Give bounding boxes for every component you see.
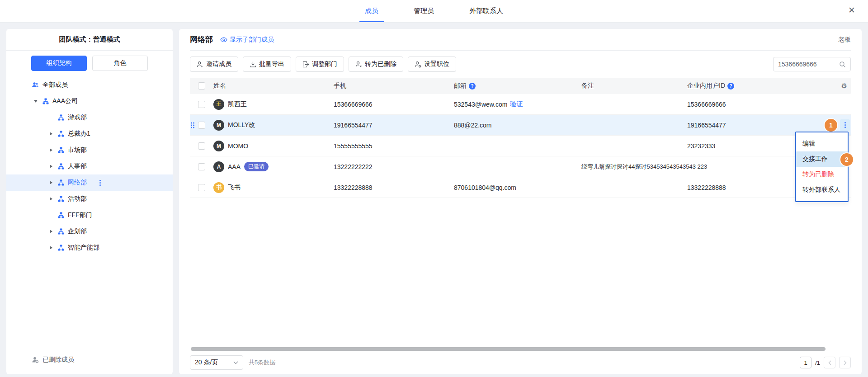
next-page-button[interactable] xyxy=(839,357,851,368)
menu-item-move-to-deleted[interactable]: 转为已删除 xyxy=(796,167,848,182)
table-row[interactable]: M MOLLY改 19166554477 888@22.com 19166554… xyxy=(190,115,851,136)
total-count-label: 共5条数据 xyxy=(249,358,275,367)
pagination-bar: 20 条/页 共5条数据 1 /1 xyxy=(190,351,851,374)
invite-member-button[interactable]: 邀请成员 xyxy=(190,57,238,72)
chevron-right-icon[interactable] xyxy=(48,197,54,201)
menu-item-edit[interactable]: 编辑 xyxy=(796,136,848,151)
email-help-icon[interactable]: ? xyxy=(469,83,476,90)
chevron-right-icon[interactable] xyxy=(48,132,54,136)
row-more-button[interactable] xyxy=(840,119,850,131)
menu-item-to-external-contact[interactable]: 转外部联系人 xyxy=(796,182,848,198)
org-icon xyxy=(58,163,64,170)
avatar: 王 xyxy=(213,99,224,110)
sidebar-item-planning-dept[interactable]: 企划部 xyxy=(6,223,173,240)
batch-export-button[interactable]: 批量导出 xyxy=(243,57,291,72)
invited-badge: 已邀请 xyxy=(244,162,269,171)
tree-label: 人事部 xyxy=(68,162,87,170)
menu-item-handover-work[interactable]: 交接工作 xyxy=(796,151,848,167)
avatar: M xyxy=(213,141,224,151)
main-panel: 网络部 显示子部门成员 老板 邀请成员 批量导出 调整部门 转为已删除 xyxy=(179,29,862,374)
chevron-right-icon[interactable] xyxy=(48,230,54,233)
page-size-select[interactable]: 20 条/页 xyxy=(190,355,243,370)
verify-email-link[interactable]: 验证 xyxy=(510,100,523,108)
owner-label: 老板 xyxy=(838,36,851,44)
current-page-box[interactable]: 1 xyxy=(800,357,811,368)
org-icon xyxy=(58,245,64,251)
move-to-deleted-button[interactable]: 转为已删除 xyxy=(349,57,403,72)
row-checkbox[interactable] xyxy=(198,163,205,170)
row-checkbox[interactable] xyxy=(198,142,205,150)
sidebar-item-marketing-dept[interactable]: 市场部 xyxy=(6,142,173,158)
show-sub-department-link[interactable]: 显示子部门成员 xyxy=(220,36,274,44)
column-settings-icon[interactable]: ⚙ xyxy=(822,82,851,90)
close-icon[interactable]: ✕ xyxy=(848,6,855,14)
row-checkbox[interactable] xyxy=(198,101,205,108)
table-row[interactable]: A AAA 已邀请 13222222222 绕弯儿翁探讨探讨44探讨534534… xyxy=(190,156,851,177)
member-name: 凯西王 xyxy=(228,100,247,108)
row-context-menu: 编辑 交接工作 转为已删除 转外部联系人 xyxy=(795,132,849,202)
more-vertical-icon[interactable] xyxy=(99,180,101,186)
member-remark: 绕弯儿翁探讨探讨44探讨534534543543543 223 xyxy=(579,163,684,171)
org-structure-button[interactable]: 组织架构 xyxy=(31,56,87,71)
roles-button[interactable]: 角色 xyxy=(92,56,148,71)
chevron-right-icon[interactable] xyxy=(48,165,54,168)
tab-members[interactable]: 成员 xyxy=(353,0,390,22)
chevron-down-icon xyxy=(233,361,238,364)
sidebar-item-game-dept[interactable]: 游戏部 xyxy=(6,109,173,126)
sidebar-item-all-members[interactable]: 全部成员 xyxy=(6,77,173,93)
sidebar-item-hr-dept[interactable]: 人事部 xyxy=(6,158,173,174)
move-to-deleted-label: 转为已删除 xyxy=(365,60,396,68)
more-vertical-icon xyxy=(844,122,846,128)
search-input[interactable] xyxy=(778,61,839,68)
avatar: A xyxy=(213,161,224,172)
tree-label: 智能产能部 xyxy=(68,244,99,252)
col-header-email: 邮箱 xyxy=(454,82,467,90)
sidebar-item-smart-capacity-dept[interactable]: 智能产能部 xyxy=(6,240,173,256)
row-checkbox[interactable] xyxy=(198,122,205,129)
tabs: 成员 管理员 外部联系人 xyxy=(353,0,515,22)
chevron-down-icon[interactable] xyxy=(33,100,39,103)
deleted-members-link[interactable]: 已删除成员 xyxy=(6,352,173,368)
deleted-member-icon xyxy=(32,356,39,363)
chevron-right-icon[interactable] xyxy=(48,181,54,184)
chevron-right-icon[interactable] xyxy=(48,246,54,250)
tab-admins[interactable]: 管理员 xyxy=(402,0,446,22)
user-id-help-icon[interactable]: ? xyxy=(727,83,734,90)
page-size-value: 20 条/页 xyxy=(195,358,233,367)
member-name: 飞书 xyxy=(228,184,241,192)
eye-icon xyxy=(220,37,227,42)
col-header-name: 姓名 xyxy=(211,82,331,90)
sidebar-item-fff-dept[interactable]: FFF部门 xyxy=(6,207,173,223)
sidebar-item-aaa-company[interactable]: AAA公司 xyxy=(6,93,173,109)
horizontal-scrollbar[interactable] xyxy=(191,347,826,351)
member-email: 888@22.com xyxy=(454,122,491,129)
set-position-button[interactable]: 设置职位 xyxy=(408,57,456,72)
tab-external-contacts[interactable]: 外部联系人 xyxy=(458,0,515,22)
org-icon xyxy=(58,212,64,218)
select-all-checkbox[interactable] xyxy=(198,82,205,90)
move-out-icon xyxy=(302,61,309,68)
adjust-department-button[interactable]: 调整部门 xyxy=(296,57,344,72)
mode-switch: 组织架构 角色 xyxy=(6,51,173,71)
prev-page-button[interactable] xyxy=(824,357,835,368)
step-badge-1: 1 xyxy=(825,119,837,132)
member-phone: 15366669666 xyxy=(331,101,451,108)
sidebar-item-activity-dept[interactable]: 活动部 xyxy=(6,191,173,207)
sidebar-item-network-dept[interactable]: 网络部 xyxy=(6,174,173,191)
row-checkbox[interactable] xyxy=(198,184,205,191)
member-email: 532543@wew.com xyxy=(454,101,508,108)
search-icon xyxy=(839,61,846,68)
member-table: 姓名 手机 邮箱? 备注 企业内用户ID? ⚙ 王 凯西王 1536666966… xyxy=(190,78,851,198)
batch-export-label: 批量导出 xyxy=(259,60,284,68)
chevron-right-icon xyxy=(844,360,847,365)
drag-handle-icon[interactable] xyxy=(191,122,194,128)
sidebar: 团队模式：普通模式 组织架构 角色 全部成员 AAA公司 xyxy=(6,29,173,374)
sidebar-item-ceo-office[interactable]: 总裁办1 xyxy=(6,126,173,142)
table-row[interactable]: M MOMO 15555555555 23232333 xyxy=(190,136,851,156)
member-email: 8706101804@qq.com xyxy=(454,184,516,191)
member-phone: 15555555555 xyxy=(331,142,451,150)
table-row[interactable]: 王 凯西王 15366669666 532543@wew.com 验证 1536… xyxy=(190,94,851,115)
department-header: 网络部 显示子部门成员 老板 xyxy=(190,29,851,51)
table-row[interactable]: 书 飞书 13322228888 8706101804@qq.com 13322… xyxy=(190,177,851,198)
chevron-right-icon[interactable] xyxy=(48,148,54,152)
